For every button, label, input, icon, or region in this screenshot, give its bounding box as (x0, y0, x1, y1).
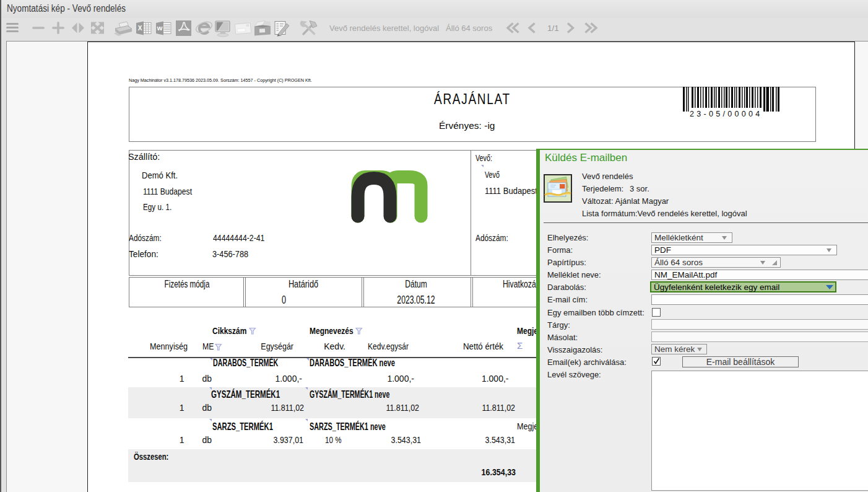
svg-text:23-05/00004: 23-05/00004 (690, 110, 763, 118)
